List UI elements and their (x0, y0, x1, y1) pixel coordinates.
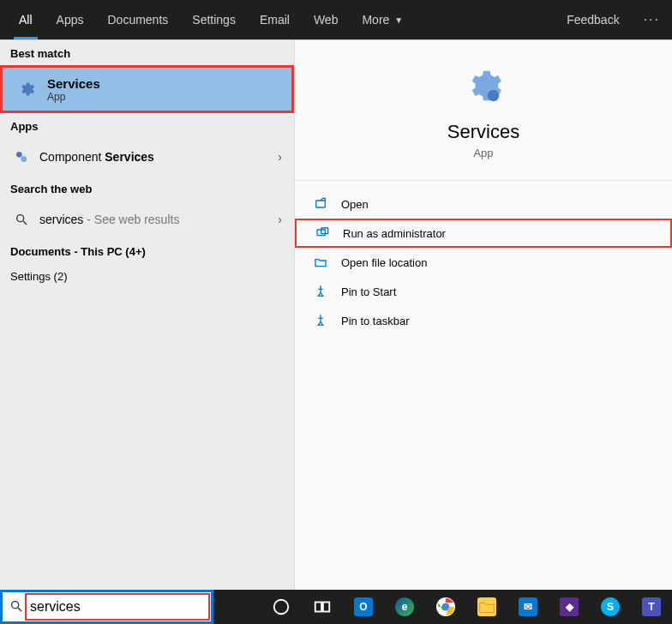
section-documents[interactable]: Documents - This PC (4+) (0, 238, 294, 263)
edge-icon: e (395, 597, 414, 616)
svg-rect-7 (321, 228, 328, 234)
component-services-label: Component Services (39, 150, 154, 164)
taskbar-items: O e ✉ ◆ S T (213, 590, 672, 624)
tab-apps[interactable]: Apps (45, 0, 96, 39)
folder-icon (477, 597, 496, 616)
tab-documents-label: Documents (107, 13, 168, 27)
tab-all-label: All (19, 13, 33, 27)
tab-web[interactable]: Web (302, 0, 351, 39)
tab-web-label: Web (314, 13, 339, 27)
section-search-web: Search the web (0, 176, 294, 201)
feedback-label: Feedback (567, 13, 619, 27)
action-run-as-administrator[interactable]: Run as administrator (295, 219, 672, 248)
svg-rect-11 (315, 603, 321, 612)
svg-line-9 (18, 608, 21, 611)
taskbar-app-chrome[interactable] (425, 590, 466, 624)
section-best-match: Best match (0, 40, 294, 65)
tab-settings-label: Settings (192, 13, 236, 27)
skype-icon: S (601, 597, 620, 616)
action-open-label: Open (341, 198, 369, 211)
pin-icon (310, 314, 331, 327)
gear-icon (18, 81, 35, 98)
taskbar-app-explorer[interactable] (466, 590, 507, 624)
search-results-body: Best match Services App Apps Component S… (0, 39, 672, 590)
preview-subtitle: App (473, 147, 493, 159)
chevron-right-icon: › (278, 150, 282, 164)
svg-point-0 (16, 152, 22, 158)
preview-pane: Services App Open Run as administrator O… (295, 40, 672, 590)
folder-icon (310, 255, 331, 269)
svg-rect-12 (323, 603, 329, 612)
teams-icon: T (642, 597, 661, 616)
taskbar-app-mail[interactable]: ✉ (507, 590, 549, 624)
pin-icon (310, 285, 331, 298)
ellipsis-icon: ··· (644, 12, 660, 27)
tab-email[interactable]: Email (248, 0, 302, 39)
action-pin-taskbar-label: Pin to taskbar (341, 315, 410, 327)
tab-more-label: More (362, 13, 389, 27)
search-filter-tabs: All Apps Documents Settings Email Web Mo… (0, 0, 672, 39)
tab-more[interactable]: More▼ (350, 0, 415, 39)
taskbar-app-outlook[interactable]: O (343, 590, 384, 624)
action-open-file-location[interactable]: Open file location (295, 248, 672, 277)
chevron-down-icon: ▼ (394, 15, 403, 25)
preview-header: Services App (295, 40, 672, 175)
tab-email-label: Email (260, 13, 290, 27)
preview-title: Services (447, 121, 519, 143)
section-settings[interactable]: Settings (2) (0, 263, 294, 288)
feedback-link[interactable]: Feedback (555, 0, 631, 39)
task-view-button[interactable] (302, 590, 343, 624)
taskbar: O e ✉ ◆ S T (0, 590, 672, 624)
svg-point-4 (488, 90, 499, 101)
best-match-title: Services (47, 76, 100, 91)
mail-icon: ✉ (519, 597, 537, 616)
taskbar-app-skype[interactable]: S (590, 590, 631, 624)
action-pin-start-label: Pin to Start (341, 285, 396, 298)
search-icon (9, 599, 23, 615)
action-pin-to-taskbar[interactable]: Pin to taskbar (295, 306, 672, 335)
shield-icon (312, 226, 333, 240)
action-open-loc-label: Open file location (341, 256, 427, 269)
cortana-button[interactable] (261, 590, 302, 624)
svg-line-3 (23, 221, 27, 225)
action-pin-to-start[interactable]: Pin to Start (295, 277, 672, 306)
tab-apps-label: Apps (57, 13, 84, 27)
component-services-icon (12, 150, 31, 164)
chevron-right-icon: › (278, 213, 282, 226)
taskbar-search[interactable] (0, 590, 213, 624)
web-search-label: services - See web results (39, 213, 179, 226)
tab-all[interactable]: All (7, 0, 45, 39)
result-component-services[interactable]: Component Services › (0, 138, 294, 176)
tab-documents[interactable]: Documents (95, 0, 180, 39)
open-icon (310, 197, 331, 211)
action-open[interactable]: Open (295, 189, 672, 219)
svg-point-2 (17, 215, 24, 222)
section-apps: Apps (0, 113, 294, 138)
svg-rect-5 (316, 201, 326, 207)
divider (295, 180, 672, 181)
taskbar-app-teams[interactable]: T (631, 590, 672, 624)
svg-point-1 (21, 156, 27, 162)
taskbar-app-visualstudio[interactable]: ◆ (549, 590, 590, 624)
gear-icon (464, 66, 503, 105)
more-options-button[interactable]: ··· (632, 12, 672, 27)
outlook-icon: O (354, 597, 373, 616)
best-match-subtitle: App (47, 91, 100, 103)
taskbar-app-edge[interactable]: e (384, 590, 425, 624)
tab-settings[interactable]: Settings (180, 0, 248, 39)
search-icon (12, 213, 31, 226)
action-run-admin-label: Run as administrator (343, 227, 446, 240)
visualstudio-icon: ◆ (560, 597, 579, 616)
search-input[interactable] (30, 599, 211, 615)
results-list: Best match Services App Apps Component S… (0, 40, 295, 590)
chrome-icon (436, 597, 455, 616)
result-best-match-services[interactable]: Services App (0, 65, 294, 113)
svg-point-8 (12, 601, 19, 608)
svg-point-10 (274, 600, 289, 615)
result-web-search[interactable]: services - See web results › (0, 201, 294, 238)
